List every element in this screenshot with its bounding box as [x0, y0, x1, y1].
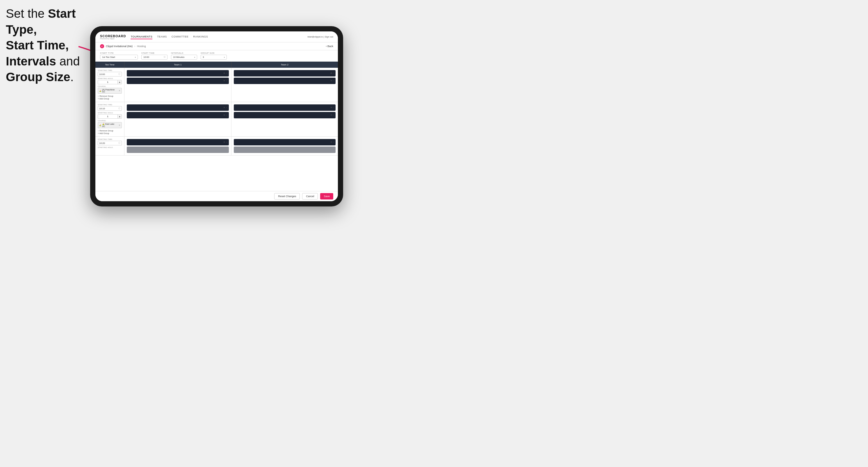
team2-slot-1a[interactable]: ✕ ○	[234, 70, 336, 76]
start-type-chevron-icon: ▾	[135, 56, 136, 58]
start-time-select[interactable]: 10:00 ⓘ	[141, 55, 167, 60]
start-time-label: Start Time	[141, 52, 167, 54]
breadcrumb-tournament[interactable]: Clippd Invitational (Me)	[106, 45, 133, 48]
starting-time-field-1[interactable]: 10:00 ⓘ	[98, 72, 122, 76]
instruction-bold-start-time: Start Time,	[6, 38, 69, 52]
main-content-area[interactable]: STARTING TIME: 10:00 ⓘ STARTING HOLE: 1 …	[95, 68, 338, 191]
add-group-2[interactable]: + Add Group	[98, 132, 122, 135]
slot-close-icon[interactable]: ✕ ○	[330, 106, 334, 109]
group-size-select[interactable]: 3 ▾	[200, 55, 227, 60]
th-tee-time: Tee Time	[95, 62, 124, 68]
time-info-icon-2: ⓘ	[118, 107, 120, 110]
starting-hole-stepper-1[interactable]: 1 ▲	[98, 80, 122, 84]
user-email: blair@clippd.io	[308, 35, 323, 38]
starting-time-field-2[interactable]: 10:10 ⓘ	[98, 106, 122, 111]
group-size-group: Group Size 3 ▾	[200, 52, 227, 60]
team2-slot-2b[interactable]: ✕ ○	[234, 112, 336, 118]
nav-tabs: TOURNAMENTS TEAMS COMMITTEE RANKINGS	[130, 35, 307, 39]
slot-close-icon[interactable]: ✕ ○	[330, 72, 334, 74]
instruction-bold-group-size: Group Size	[6, 70, 70, 84]
logo-area: SCOREBOARD Powered by clippd	[100, 34, 126, 39]
intervals-label: Intervals	[171, 52, 197, 54]
slot-close-icon[interactable]: ✕ ○	[330, 141, 334, 143]
slot-close-icon[interactable]: ✕ ○	[330, 80, 334, 82]
tablet-screen: SCOREBOARD Powered by clippd TOURNAMENTS…	[95, 31, 338, 201]
back-button[interactable]: ‹ Back	[326, 45, 333, 48]
nav-tab-rankings[interactable]: RANKINGS	[193, 35, 208, 39]
intervals-chevron-icon: ▾	[194, 56, 195, 58]
time-info-icon-1: ⓘ	[118, 73, 120, 75]
starting-time-label-3: STARTING TIME:	[98, 138, 122, 140]
starting-time-label-2: STARTING TIME:	[98, 104, 122, 105]
tee-group-3-sidebar: STARTING TIME: 10:20 ⓘ STARTING HOLE:	[95, 137, 124, 155]
team2-col-1: ✕ ○ ✕ ○	[231, 68, 338, 102]
remove-group-1[interactable]: ○Remove Group	[98, 95, 122, 97]
team2-col-3: ✕ ○	[231, 137, 338, 155]
starting-hole-stepper-2[interactable]: 1 ▲	[98, 114, 122, 119]
time-info-icon-3: ⓘ	[118, 142, 120, 145]
team2-col-2: ✕ ○ ✕ ○	[231, 102, 338, 136]
start-type-group: Start Type 1st Tee Start ▾	[100, 52, 138, 60]
team2-slot-2a[interactable]: ✕ ○	[234, 104, 336, 111]
team1-slot-3a[interactable]: ✕ ○	[127, 139, 229, 146]
tee-group-3: STARTING TIME: 10:20 ⓘ STARTING HOLE: ✕ …	[95, 137, 338, 156]
slot-close-icon[interactable]: ✕ ○	[223, 80, 227, 82]
action-bar: Reset Changes Cancel Save	[95, 191, 338, 201]
team1-slot-3b[interactable]	[127, 147, 229, 153]
tee-group-2: STARTING TIME: 10:10 ⓘ STARTING HOLE: 1 …	[95, 102, 338, 137]
nav-tab-tournaments[interactable]: TOURNAMENTS	[130, 35, 152, 39]
team1-col-3: ✕ ○	[124, 137, 231, 155]
slot-close-icon[interactable]: ✕ ○	[223, 141, 227, 143]
save-button[interactable]: Save	[320, 193, 333, 199]
breadcrumb-icon: C	[100, 44, 104, 48]
team1-slot-2a[interactable]: ✕ ○	[127, 104, 229, 111]
start-time-value: 10:00	[143, 56, 149, 58]
team1-slot-1b[interactable]: ✕ ○	[127, 77, 229, 84]
group-size-value: 3	[203, 56, 204, 58]
instruction-bold-start-type: Start Type,	[6, 7, 75, 36]
team2-slot-3b[interactable]	[234, 147, 336, 153]
course-remove-1[interactable]: ✕	[119, 90, 120, 92]
cancel-button[interactable]: Cancel	[302, 193, 318, 199]
hole-step-up-2[interactable]: ▲	[118, 115, 122, 118]
team1-slot-1a[interactable]: ✕ ○	[127, 70, 229, 76]
tee-group-1-sidebar: STARTING TIME: 10:00 ⓘ STARTING HOLE: 1 …	[95, 68, 124, 102]
course-remove-2[interactable]: ✕	[119, 124, 120, 126]
starting-hole-label-1: STARTING HOLE:	[98, 77, 122, 80]
nav-tab-teams[interactable]: TEAMS	[157, 35, 167, 39]
breadcrumb-separator: ›	[134, 45, 135, 48]
slot-close-icon[interactable]: ✕ ○	[330, 114, 334, 116]
tee-group-3-teams: ✕ ○ ✕ ○	[124, 137, 338, 155]
instruction-bold-intervals: Intervals	[6, 54, 56, 68]
nav-right: blair@clippd.io | Sign out	[308, 35, 334, 38]
tee-group-1-teams: ✕ ○ ✕ ○ ✕ ○ ✕ ○	[124, 68, 338, 102]
starting-hole-label-2: STARTING HOLE:	[98, 112, 122, 114]
starting-time-field-3[interactable]: 10:20 ⓘ	[98, 141, 122, 146]
course-label-1: COURSE:	[98, 86, 122, 87]
remove-group-2[interactable]: ○Remove Group	[98, 129, 122, 132]
slot-close-icon[interactable]: ✕ ○	[223, 72, 227, 74]
breadcrumb-left: C Clippd Invitational (Me) › Hosting	[100, 44, 146, 48]
team2-slot-1b[interactable]: ✕ ○	[234, 77, 336, 84]
logo-sub: Powered by clippd	[100, 38, 126, 39]
start-type-select[interactable]: 1st Tee Start ▾	[100, 55, 138, 60]
team2-slot-3a[interactable]: ✕ ○	[234, 139, 336, 146]
table-header: Tee Time Team 1 Team 2	[95, 62, 338, 68]
reset-changes-button[interactable]: Reset Changes	[274, 193, 300, 199]
tablet-frame: SCOREBOARD Powered by clippd TOURNAMENTS…	[90, 26, 343, 207]
course-name-1: (A) Peachtree GC	[102, 89, 118, 93]
nav-tab-committee[interactable]: COMMITTEE	[172, 35, 189, 39]
start-type-value: 1st Tee Start	[102, 56, 115, 58]
slot-close-icon[interactable]: ✕ ○	[223, 106, 227, 109]
intervals-value: 10 Minutes	[173, 56, 184, 58]
hole-step-up-1[interactable]: ▲	[118, 80, 122, 84]
slot-close-icon[interactable]: ✕ ○	[223, 114, 227, 116]
intervals-select[interactable]: 10 Minutes ▾	[171, 55, 197, 60]
breadcrumb-bar: C Clippd Invitational (Me) › Hosting ‹ B…	[95, 42, 338, 50]
add-group-1[interactable]: + Add Group	[98, 97, 122, 100]
sign-out-link[interactable]: Sign out	[325, 35, 333, 38]
tee-group-2-teams: ✕ ○ ✕ ○ ✕ ○ ✕ ○	[124, 102, 338, 136]
breadcrumb-hosting: Hosting	[137, 45, 146, 48]
logo-text: SCOREBOARD	[100, 34, 126, 38]
team1-slot-2b[interactable]: ✕ ○	[127, 112, 229, 118]
